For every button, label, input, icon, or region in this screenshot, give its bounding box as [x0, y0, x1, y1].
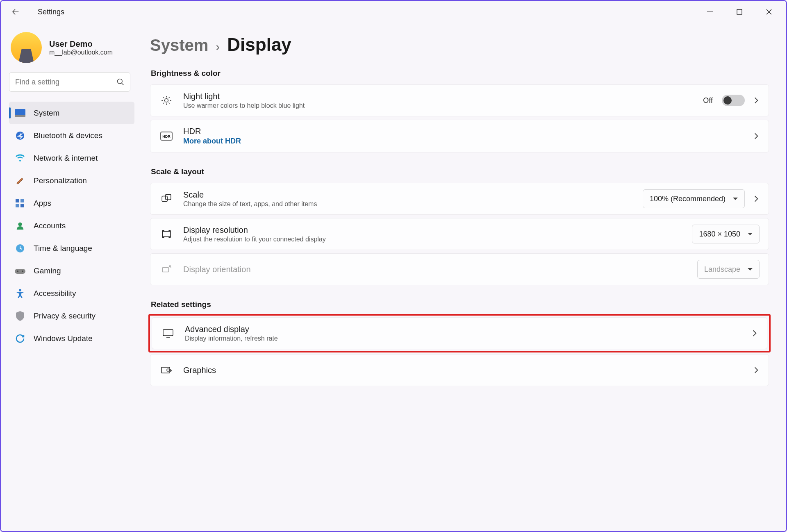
scale-select[interactable]: 100% (Recommended): [643, 189, 745, 208]
sidebar: User Demo m__lab@outlook.com System Blue…: [1, 23, 139, 531]
section-heading-brightness: Brightness & color: [151, 69, 769, 78]
card-advanced-display[interactable]: Advanced display Display information, re…: [152, 317, 767, 349]
toggle-label: Off: [703, 96, 713, 105]
nav: System Bluetooth & devices Network & int…: [9, 102, 134, 350]
sidebar-item-time[interactable]: Time & language: [9, 237, 134, 259]
chevron-right-icon: [754, 97, 760, 104]
gaming-icon: [15, 266, 25, 276]
card-title: Night light: [183, 92, 692, 101]
brush-icon: [15, 175, 25, 186]
sidebar-item-system[interactable]: System: [9, 102, 134, 124]
sidebar-item-accounts[interactable]: Accounts: [9, 214, 134, 237]
breadcrumb-parent[interactable]: System: [150, 36, 208, 55]
svg-rect-4: [15, 115, 25, 117]
nav-label: Apps: [34, 199, 51, 208]
sidebar-item-privacy[interactable]: Privacy & security: [9, 305, 134, 327]
svg-rect-1: [737, 9, 742, 14]
svg-rect-8: [16, 204, 19, 207]
close-button[interactable]: [754, 2, 784, 21]
svg-rect-12: [15, 269, 25, 274]
section-heading-related: Related settings: [151, 300, 769, 309]
svg-rect-23: [163, 330, 173, 336]
nav-label: Windows Update: [34, 334, 93, 343]
apps-icon: [15, 198, 25, 209]
card-orientation: Display orientation Landscape: [150, 253, 769, 285]
scale-icon: [160, 193, 173, 204]
chevron-right-icon: ›: [216, 40, 220, 54]
sidebar-item-gaming[interactable]: Gaming: [9, 259, 134, 282]
nav-label: Time & language: [34, 244, 92, 253]
hdr-icon: HDR: [160, 132, 173, 141]
graphics-icon: [160, 366, 173, 375]
search-icon: [116, 78, 125, 86]
minimize-button[interactable]: [695, 2, 725, 21]
svg-point-2: [118, 79, 123, 84]
svg-rect-6: [16, 199, 19, 202]
card-title: Display resolution: [183, 225, 681, 235]
bluetooth-icon: [15, 130, 25, 141]
avatar: [11, 32, 42, 63]
svg-point-25: [167, 369, 169, 371]
wifi-icon: [15, 153, 25, 164]
nav-label: Accessibility: [34, 289, 76, 298]
nav-label: Personalization: [34, 176, 87, 185]
chevron-right-icon: [754, 195, 760, 202]
night-light-icon: [160, 95, 173, 106]
sidebar-item-bluetooth[interactable]: Bluetooth & devices: [9, 124, 134, 147]
accessibility-icon: [15, 288, 25, 299]
resolution-select[interactable]: 1680 × 1050: [692, 225, 760, 243]
section-heading-scale: Scale & layout: [151, 167, 769, 176]
search-wrap: [9, 72, 130, 92]
sidebar-item-network[interactable]: Network & internet: [9, 147, 134, 169]
card-hdr[interactable]: HDR HDR More about HDR: [150, 120, 769, 152]
orientation-icon: [160, 264, 173, 275]
chevron-right-icon: [752, 330, 758, 337]
card-sub: Change the size of text, apps, and other…: [183, 200, 632, 208]
sidebar-item-apps[interactable]: Apps: [9, 192, 134, 214]
search-input[interactable]: [9, 72, 130, 92]
svg-point-10: [18, 222, 22, 226]
card-title: Scale: [183, 190, 632, 200]
nav-label: Bluetooth & devices: [34, 131, 102, 140]
user-name: User Demo: [49, 39, 113, 49]
svg-rect-22: [162, 268, 168, 272]
system-icon: [15, 108, 25, 118]
app-title: Settings: [38, 8, 64, 16]
card-night-light[interactable]: Night light Use warmer colors to help bl…: [150, 84, 769, 116]
svg-rect-20: [166, 194, 171, 200]
svg-rect-19: [162, 196, 167, 202]
nav-label: System: [34, 109, 59, 118]
card-resolution[interactable]: Display resolution Adjust the resolution…: [150, 218, 769, 250]
person-icon: [15, 221, 25, 231]
user-email: m__lab@outlook.com: [49, 49, 113, 56]
card-graphics[interactable]: Graphics: [150, 354, 769, 386]
sidebar-item-personalization[interactable]: Personalization: [9, 169, 134, 192]
user-card[interactable]: User Demo m__lab@outlook.com: [9, 30, 134, 72]
nav-label: Privacy & security: [34, 311, 96, 321]
sidebar-item-update[interactable]: Windows Update: [9, 327, 134, 350]
card-sub: Use warmer colors to help block blue lig…: [183, 102, 692, 109]
clock-icon: [15, 243, 25, 254]
night-light-toggle[interactable]: [722, 95, 745, 106]
card-scale[interactable]: Scale Change the size of text, apps, and…: [150, 183, 769, 215]
back-button[interactable]: [11, 7, 20, 17]
svg-point-14: [22, 271, 23, 272]
chevron-right-icon: [754, 132, 760, 140]
svg-rect-21: [162, 232, 171, 237]
update-icon: [15, 333, 25, 344]
card-sub: Display information, refresh rate: [185, 335, 742, 342]
card-sub: Adjust the resolution to fit your connec…: [183, 236, 681, 243]
card-title: HDR: [183, 127, 743, 136]
shield-icon: [15, 311, 25, 321]
chevron-right-icon: [754, 366, 760, 374]
sidebar-item-accessibility[interactable]: Accessibility: [9, 282, 134, 305]
titlebar: Settings: [1, 1, 786, 23]
nav-label: Accounts: [34, 221, 66, 230]
hdr-more-link[interactable]: More about HDR: [183, 137, 743, 146]
card-title: Graphics: [183, 366, 743, 375]
nav-label: Network & internet: [34, 154, 98, 163]
highlight-annotation: Advanced display Display information, re…: [148, 314, 771, 352]
svg-point-16: [165, 99, 168, 102]
card-title: Advanced display: [185, 325, 742, 334]
maximize-button[interactable]: [725, 2, 754, 21]
